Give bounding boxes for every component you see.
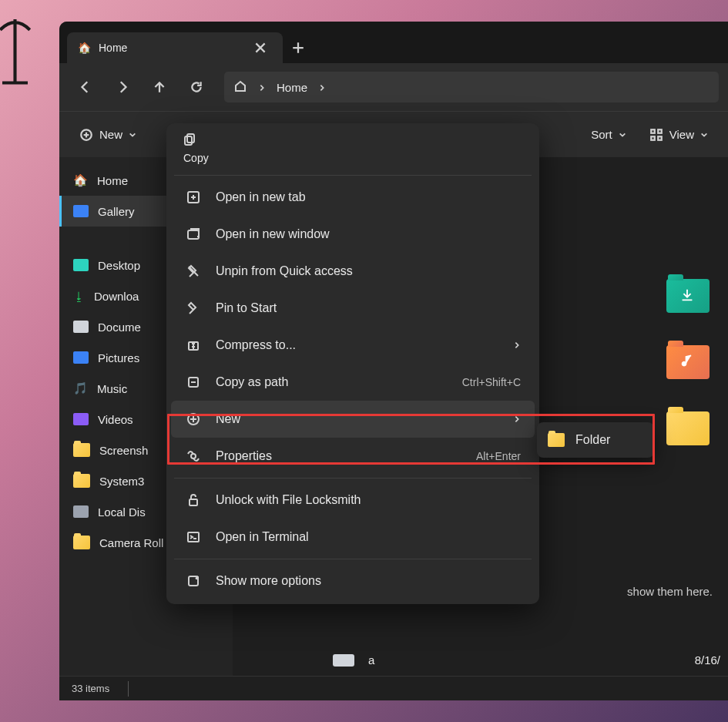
disk-icon	[73, 505, 89, 518]
chevron-right-icon	[513, 338, 521, 352]
background-lamp	[0, 15, 36, 108]
tab-title: Home	[99, 42, 127, 54]
pictures-icon	[73, 351, 89, 364]
folder-grid	[666, 279, 710, 445]
ctx-new[interactable]: New	[171, 401, 535, 438]
gallery-icon	[73, 205, 89, 217]
drive-icon	[333, 654, 354, 667]
svg-rect-1	[651, 129, 655, 133]
properties-icon	[185, 449, 202, 463]
new-button[interactable]: New	[72, 123, 144, 146]
pinned-hint: show them here.	[627, 585, 713, 598]
copy-icon	[183, 133, 197, 150]
ctx-terminal[interactable]: Open in Terminal	[171, 519, 535, 556]
ctx-copy-action[interactable]: Copy	[171, 128, 535, 172]
more-icon	[185, 574, 202, 588]
home-icon: 🏠	[78, 42, 91, 54]
ctx-unpin[interactable]: Unpin from Quick access	[171, 253, 535, 290]
desktop-icon	[73, 259, 89, 271]
new-tab-icon	[185, 190, 202, 204]
forward-button[interactable]	[106, 70, 139, 104]
music-folder-icon[interactable]	[666, 345, 710, 379]
compress-icon	[185, 338, 202, 352]
sort-label: Sort	[591, 128, 612, 141]
chevron-right-icon	[318, 81, 326, 94]
folder-icon	[73, 536, 90, 549]
folder-icon	[548, 433, 565, 447]
downloads-folder-icon[interactable]	[666, 279, 710, 313]
refresh-button[interactable]	[179, 70, 213, 104]
svg-rect-4	[658, 136, 662, 140]
new-window-icon	[185, 227, 202, 241]
new-tab-button[interactable]	[283, 32, 314, 63]
terminal-icon	[185, 530, 202, 544]
home-icon: 🏠	[73, 173, 88, 187]
folder-icon	[73, 443, 90, 457]
home-icon	[233, 79, 247, 96]
ctx-compress[interactable]: Compress to...	[171, 327, 535, 364]
back-button[interactable]	[69, 70, 102, 104]
new-submenu-folder[interactable]: Folder	[537, 422, 654, 458]
up-button[interactable]	[143, 70, 176, 104]
lock-icon	[185, 493, 202, 507]
ctx-open-new-window[interactable]: Open in new window	[171, 216, 535, 253]
ctx-copy-path[interactable]: Copy as pathCtrl+Shift+C	[171, 364, 535, 401]
address-bar: Home	[59, 63, 728, 111]
separator	[174, 175, 532, 176]
download-icon: ⭳	[73, 290, 85, 303]
svg-rect-5	[187, 134, 194, 143]
separator	[174, 478, 532, 479]
unpin-icon	[185, 264, 202, 278]
videos-icon	[73, 413, 89, 425]
ctx-open-new-tab[interactable]: Open in new tab	[171, 179, 535, 216]
status-bar: 33 items	[59, 676, 728, 700]
context-menu: Copy Open in new tab Open in new window …	[166, 123, 539, 604]
tab-bar: 🏠 Home	[59, 22, 728, 63]
list-row[interactable]: a	[333, 653, 374, 667]
folder-icon	[73, 474, 90, 488]
plus-circle-icon	[185, 412, 202, 426]
svg-rect-13	[190, 499, 197, 505]
music-icon: 🎵	[73, 381, 88, 395]
svg-rect-2	[658, 129, 662, 133]
pin-icon	[185, 301, 202, 315]
new-label: New	[99, 128, 122, 141]
separator	[174, 559, 532, 559]
tab-home[interactable]: 🏠 Home	[67, 32, 283, 63]
svg-rect-3	[651, 136, 655, 140]
document-icon	[73, 321, 89, 333]
svg-rect-8	[188, 230, 199, 239]
divider	[128, 681, 129, 697]
ctx-properties[interactable]: PropertiesAlt+Enter	[171, 438, 535, 475]
breadcrumb-bar[interactable]: Home	[224, 72, 719, 102]
sort-button[interactable]: Sort	[583, 123, 634, 146]
ctx-more-options[interactable]: Show more options	[171, 562, 535, 599]
chevron-right-icon	[258, 81, 266, 94]
svg-rect-6	[185, 136, 192, 145]
view-button[interactable]: View	[642, 123, 716, 146]
ctx-pin-start[interactable]: Pin to Start	[171, 290, 535, 327]
item-count: 33 items	[72, 683, 109, 694]
svg-point-12	[191, 454, 196, 458]
view-label: View	[669, 128, 694, 141]
generic-folder-icon[interactable]	[666, 411, 710, 445]
chevron-right-icon	[513, 412, 521, 426]
close-tab-button[interactable]	[249, 36, 272, 59]
copy-path-icon	[185, 375, 202, 389]
ctx-unlock[interactable]: Unlock with File Locksmith	[171, 482, 535, 519]
breadcrumb-home[interactable]: Home	[277, 81, 307, 94]
list-row-date: 8/16/	[695, 653, 720, 667]
